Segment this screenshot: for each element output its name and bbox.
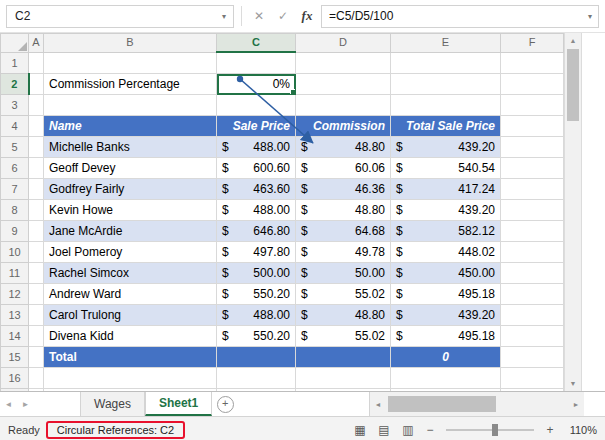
cell-sale-price[interactable]: $497.80 bbox=[217, 242, 296, 263]
cell-sale-price[interactable]: $550.20 bbox=[217, 284, 296, 305]
zoom-slider[interactable] bbox=[446, 429, 534, 431]
name-box[interactable]: C2 ▾ bbox=[6, 5, 234, 28]
total-value-cell[interactable]: 0 bbox=[391, 347, 501, 368]
cell[interactable] bbox=[29, 52, 44, 74]
row-header[interactable]: 6 bbox=[1, 158, 29, 179]
cell[interactable] bbox=[29, 263, 44, 284]
cell[interactable] bbox=[44, 368, 217, 389]
cell-commission[interactable]: $46.36 bbox=[296, 179, 391, 200]
cell-total[interactable]: $439.20 bbox=[391, 200, 501, 221]
cell[interactable] bbox=[296, 95, 391, 116]
tab-nav-right-icon[interactable]: ► bbox=[17, 392, 34, 416]
scroll-up-icon[interactable]: ▲ bbox=[565, 33, 581, 48]
cell[interactable] bbox=[296, 74, 391, 95]
cell[interactable] bbox=[29, 200, 44, 221]
cell-name[interactable]: Kevin Howe bbox=[44, 200, 217, 221]
cell-name[interactable]: Rachel Simcox bbox=[44, 263, 217, 284]
column-header-a[interactable]: A bbox=[29, 34, 44, 53]
column-header-b[interactable]: B bbox=[44, 34, 217, 53]
table-header-cell[interactable]: Sale Price bbox=[217, 116, 296, 137]
cell[interactable] bbox=[29, 158, 44, 179]
cell[interactable] bbox=[296, 347, 391, 368]
cancel-icon[interactable]: ✕ bbox=[249, 9, 269, 23]
cell-commission[interactable]: $55.02 bbox=[296, 326, 391, 347]
cell[interactable] bbox=[501, 200, 564, 221]
column-header-e[interactable]: E bbox=[391, 34, 501, 53]
horizontal-scrollbar[interactable]: ◄ ► bbox=[369, 392, 584, 416]
cell-total[interactable]: $540.54 bbox=[391, 158, 501, 179]
cell[interactable] bbox=[501, 389, 564, 392]
cell[interactable] bbox=[501, 137, 564, 158]
vertical-scrollbar[interactable]: ▲ ▼ bbox=[564, 33, 582, 391]
table-header-cell[interactable]: Name bbox=[44, 116, 217, 137]
tab-wages[interactable]: Wages bbox=[80, 392, 145, 416]
cell[interactable] bbox=[501, 158, 564, 179]
cell-name[interactable]: Godfrey Fairly bbox=[44, 179, 217, 200]
cell-commission[interactable]: $49.78 bbox=[296, 242, 391, 263]
row-header[interactable]: 3 bbox=[1, 95, 29, 116]
cell[interactable] bbox=[501, 326, 564, 347]
cell-total[interactable]: $450.00 bbox=[391, 263, 501, 284]
cell-total[interactable]: $439.20 bbox=[391, 137, 501, 158]
cell[interactable] bbox=[217, 95, 296, 116]
cell[interactable] bbox=[391, 389, 501, 392]
scroll-left-icon[interactable]: ◄ bbox=[370, 401, 386, 408]
cell[interactable] bbox=[501, 52, 564, 74]
name-box-dropdown-icon[interactable]: ▾ bbox=[215, 12, 233, 21]
cell-name[interactable]: Geoff Devey bbox=[44, 158, 217, 179]
cell-sale-price[interactable]: $488.00 bbox=[217, 137, 296, 158]
column-header-d[interactable]: D bbox=[296, 34, 391, 53]
row-header[interactable]: 5 bbox=[1, 137, 29, 158]
cell-commission[interactable]: $48.80 bbox=[296, 200, 391, 221]
cell-name[interactable]: Michelle Banks bbox=[44, 137, 217, 158]
enter-icon[interactable]: ✓ bbox=[273, 9, 293, 23]
zoom-level[interactable]: 110% bbox=[563, 424, 597, 436]
cell[interactable] bbox=[29, 389, 44, 392]
cell[interactable] bbox=[217, 52, 296, 74]
cell[interactable] bbox=[29, 326, 44, 347]
cell-total[interactable]: $439.20 bbox=[391, 305, 501, 326]
cell-name[interactable]: Jane McArdie bbox=[44, 221, 217, 242]
scroll-down-icon[interactable]: ▼ bbox=[565, 376, 581, 391]
row-header[interactable]: 14 bbox=[1, 326, 29, 347]
cell[interactable] bbox=[501, 179, 564, 200]
zoom-slider-thumb[interactable] bbox=[492, 424, 498, 436]
cell[interactable] bbox=[501, 368, 564, 389]
cell-sale-price[interactable]: $600.60 bbox=[217, 158, 296, 179]
row-header[interactable]: 1 bbox=[1, 52, 29, 74]
cell-name[interactable]: Andrew Ward bbox=[44, 284, 217, 305]
cell[interactable] bbox=[501, 263, 564, 284]
zoom-out-icon[interactable]: − bbox=[423, 423, 437, 437]
row-header[interactable]: 9 bbox=[1, 221, 29, 242]
tab-sheet1[interactable]: Sheet1 bbox=[145, 392, 212, 416]
cell[interactable] bbox=[217, 347, 296, 368]
cell[interactable] bbox=[29, 284, 44, 305]
row-header[interactable]: 8 bbox=[1, 200, 29, 221]
cell[interactable] bbox=[391, 74, 501, 95]
row-header[interactable]: 13 bbox=[1, 305, 29, 326]
view-page-layout-icon[interactable]: ▤ bbox=[375, 423, 393, 437]
cell[interactable] bbox=[501, 74, 564, 95]
cell-sale-price[interactable]: $500.00 bbox=[217, 263, 296, 284]
table-header-cell[interactable]: Commission bbox=[296, 116, 391, 137]
formula-input[interactable]: =C5/D5/100 ▾ bbox=[321, 5, 599, 28]
cell-commission[interactable]: $60.06 bbox=[296, 158, 391, 179]
cell[interactable] bbox=[296, 389, 391, 392]
cell[interactable] bbox=[501, 221, 564, 242]
cell[interactable] bbox=[217, 389, 296, 392]
cell[interactable] bbox=[29, 74, 44, 95]
add-sheet-button[interactable]: + bbox=[212, 392, 238, 416]
cell-b2-label[interactable]: Commission Percentage bbox=[44, 74, 217, 95]
column-header-f[interactable]: F bbox=[501, 34, 564, 53]
cell-total[interactable]: $495.18 bbox=[391, 284, 501, 305]
view-normal-icon[interactable]: ▦ bbox=[351, 423, 369, 437]
cell-c2-selected[interactable]: 0% bbox=[217, 74, 296, 95]
cell[interactable] bbox=[29, 242, 44, 263]
cell[interactable] bbox=[44, 389, 217, 392]
cell[interactable] bbox=[29, 137, 44, 158]
cell-commission[interactable]: $55.02 bbox=[296, 284, 391, 305]
cell-sale-price[interactable]: $488.00 bbox=[217, 305, 296, 326]
horizontal-scroll-thumb[interactable] bbox=[388, 396, 496, 412]
column-header-c[interactable]: C bbox=[217, 34, 296, 53]
cell-name[interactable]: Carol Trulong bbox=[44, 305, 217, 326]
